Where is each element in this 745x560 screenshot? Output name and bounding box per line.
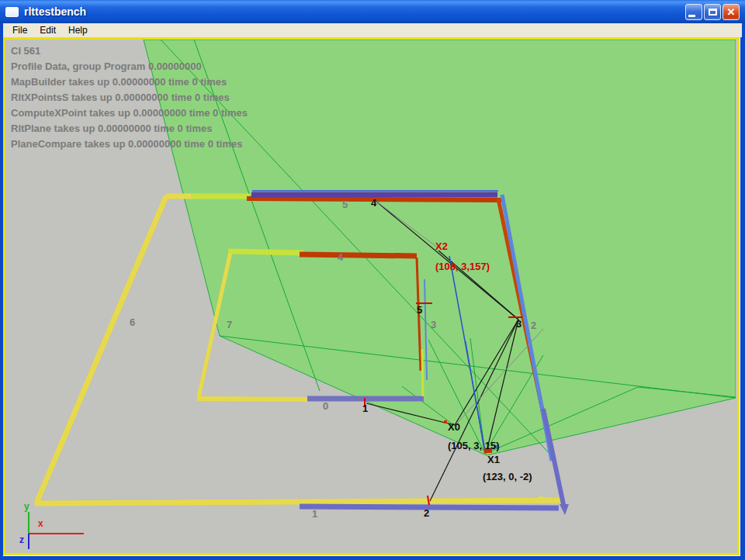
viewport-frame: CI 561Profile Data, group Program 0.0000… — [3, 37, 740, 556]
profile-bar-top — [247, 191, 503, 200]
close-button[interactable]: ✕ — [722, 4, 740, 20]
close-icon: ✕ — [727, 7, 736, 17]
app-window: rlttestbench ✕ File Edit Help — [0, 0, 745, 560]
app-icon — [5, 7, 19, 17]
axis-triad — [29, 512, 84, 549]
titlebar[interactable]: rlttestbench ✕ — [0, 0, 745, 23]
maximize-button[interactable] — [704, 4, 721, 20]
menu-edit[interactable]: Edit — [33, 24, 62, 37]
green-plane — [144, 40, 736, 455]
menu-file[interactable]: File — [6, 24, 33, 37]
minimize-button[interactable] — [685, 4, 702, 20]
viewport-svg — [5, 40, 737, 553]
minimize-icon — [688, 15, 695, 17]
window-title: rlttestbench — [24, 5, 684, 18]
viewport-canvas[interactable]: CI 561Profile Data, group Program 0.0000… — [5, 40, 737, 553]
maximize-icon — [709, 9, 717, 16]
menubar: File Edit Help — [3, 23, 742, 37]
menu-help[interactable]: Help — [62, 24, 94, 37]
